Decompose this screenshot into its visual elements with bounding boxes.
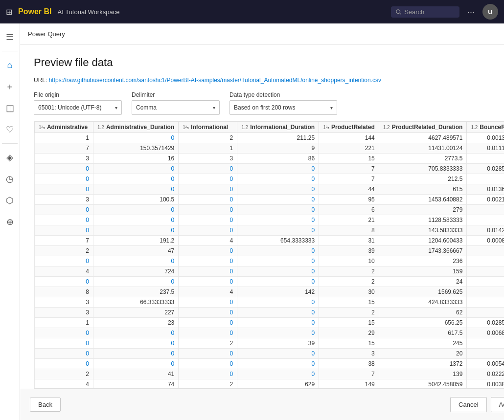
- table-cell: 143.5833333: [379, 225, 467, 236]
- table-cell: 4: [179, 236, 237, 246]
- table-cell: 15: [319, 318, 379, 328]
- back-button[interactable]: Back: [30, 398, 61, 412]
- delimiter-select[interactable]: Comma ▾: [132, 100, 220, 115]
- table-cell: 0: [93, 133, 179, 143]
- file-origin-label: File origin: [34, 91, 122, 98]
- table-cell: 100.5: [93, 195, 179, 205]
- table-cell: 6: [319, 205, 379, 215]
- table-cell: 0: [179, 215, 237, 225]
- table-row: 000032000.066666667: [35, 349, 504, 359]
- sidebar-item-menu[interactable]: ☰: [0, 27, 20, 47]
- sidebar-item-metrics[interactable]: ◷: [0, 169, 20, 189]
- sidebar-item-browse[interactable]: ◫: [0, 98, 20, 118]
- table-cell: 0.000854701: [467, 236, 504, 246]
- table-cell: 0: [35, 184, 93, 195]
- table-cell: 0: [179, 308, 237, 318]
- table-cell: 0: [237, 369, 319, 379]
- workspace-name: AI Tutorial Workspace: [57, 8, 119, 16]
- table-cell: 0: [35, 338, 93, 349]
- table-cell: 0: [179, 205, 237, 215]
- table-cell: 0: [237, 225, 319, 236]
- sidebar-item-apps[interactable]: ◈: [0, 148, 20, 167]
- table-cell: 0: [93, 359, 179, 369]
- table-cell: 212.5: [379, 174, 467, 184]
- search-box[interactable]: [391, 6, 459, 18]
- table-cell: 66.33333333: [93, 297, 179, 308]
- delimiter-group: Delimiter Comma ▾: [132, 91, 220, 115]
- table-cell: 1743.366667: [379, 246, 467, 256]
- url-link[interactable]: https://raw.githubusercontent.com/santos…: [49, 77, 381, 84]
- avatar[interactable]: U: [482, 4, 498, 20]
- table-cell: 150.3571429: [93, 143, 179, 154]
- sidebar-item-workspace[interactable]: ⬡: [0, 191, 20, 210]
- table-cell: 95: [319, 195, 379, 205]
- table-cell: 0: [237, 297, 319, 308]
- sidebar-item-create-hub[interactable]: ⊕: [0, 212, 20, 232]
- table-cell: 0: [35, 174, 93, 184]
- table-cell: 0: [93, 277, 179, 287]
- table-cell: 0: [237, 328, 319, 338]
- table-cell: 221: [319, 143, 379, 154]
- more-options-icon[interactable]: ···: [465, 5, 477, 19]
- table-cell: 0.006896552: [467, 328, 504, 338]
- table-cell: 144: [319, 133, 379, 143]
- table-cell: 0.028571429: [467, 318, 504, 328]
- table-cell: 0: [237, 359, 319, 369]
- table-cell: 0: [467, 287, 504, 297]
- table-cell: 15: [319, 154, 379, 164]
- table-cell: 1: [179, 143, 237, 154]
- dialog-titlebar: Power Query ×: [20, 23, 504, 44]
- table-cell: 139: [379, 369, 467, 379]
- table-cell: 2773.5: [379, 154, 467, 164]
- table-header-row: 1²₃Administrative 1.2Administrative_Dura…: [35, 122, 504, 133]
- table-cell: 0: [179, 225, 237, 236]
- table-cell: 0: [93, 215, 179, 225]
- sidebar-item-create[interactable]: ＋: [0, 77, 20, 96]
- col-header-product-duration: 1.2ProductRelated_Duration: [379, 122, 467, 133]
- table-cell: 142: [237, 287, 319, 297]
- table-row: 32270026200.025: [35, 308, 504, 318]
- table-cell: 0: [179, 266, 237, 277]
- search-input[interactable]: [404, 8, 455, 16]
- sidebar-item-home[interactable]: ⌂: [0, 55, 20, 75]
- table-cell: 0: [35, 359, 93, 369]
- table-row: 47426291495042.4580590.0038709680.007285…: [35, 379, 504, 389]
- sidebar-item-favorites[interactable]: ♡: [0, 120, 20, 139]
- cancel-button[interactable]: Cancel: [450, 397, 486, 412]
- table-cell: 0: [179, 369, 237, 379]
- sidebar-divider-2: [2, 143, 18, 144]
- table-cell: 3: [35, 297, 93, 308]
- table-cell: 0.002105263: [467, 195, 504, 205]
- col-header-bouncerates: 1.2BounceRates: [467, 122, 504, 133]
- file-origin-arrow-icon: ▾: [115, 105, 117, 111]
- table-cell: 0: [467, 297, 504, 308]
- table-cell: 2: [179, 338, 237, 349]
- table-cell: 0.003870968: [467, 379, 504, 389]
- table-cell: 0: [93, 205, 179, 215]
- table-cell: 62: [379, 308, 467, 318]
- delimiter-value: Comma: [136, 104, 210, 111]
- table-cell: 0: [467, 349, 504, 359]
- dialog-body: Preview file data URL: https://raw.githu…: [20, 44, 504, 389]
- table-cell: 29: [319, 328, 379, 338]
- table-cell: 724: [93, 266, 179, 277]
- grid-icon[interactable]: ⊞: [6, 7, 12, 17]
- table-cell: 0: [467, 256, 504, 266]
- table-row: 1230015656.250.0285714290.028571429: [35, 318, 504, 328]
- add-table-button[interactable]: Add table using examples: [491, 397, 504, 412]
- data-type-select[interactable]: Based on first 200 rows ▾: [229, 100, 337, 115]
- table-row: 00007212.500.033333333: [35, 174, 504, 184]
- file-origin-select[interactable]: 65001: Unicode (UTF-8) ▾: [34, 100, 122, 115]
- table-cell: 617.5: [379, 328, 467, 338]
- table-cell: 4: [179, 287, 237, 297]
- table-cell: 0: [467, 205, 504, 215]
- table-cell: 0: [237, 174, 319, 184]
- search-icon: [396, 9, 401, 15]
- table-cell: 9: [237, 143, 319, 154]
- table-row: 366.333333330015424.833333300.0125: [35, 297, 504, 308]
- table-cell: 3: [35, 195, 93, 205]
- table-cell: 0: [179, 277, 237, 287]
- table-cell: 2: [319, 266, 379, 277]
- data-table-container[interactable]: 1²₃Administrative 1.2Administrative_Dura…: [34, 121, 504, 389]
- table-cell: 7: [35, 143, 93, 154]
